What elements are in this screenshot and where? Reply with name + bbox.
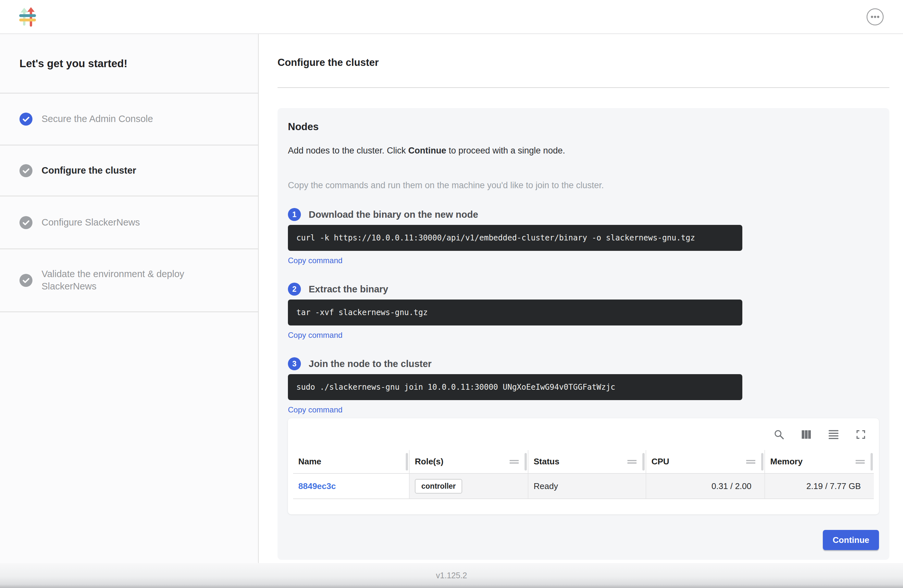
column-drag-icon[interactable]	[746, 459, 755, 464]
intro-suffix: to proceed with a single node.	[446, 146, 565, 156]
sidebar-step-secure-admin-console: Secure the Admin Console	[0, 93, 258, 145]
check-circle-pending-icon	[19, 274, 33, 287]
column-resize-handle[interactable]	[870, 453, 873, 470]
node-status-cell: Ready	[528, 473, 646, 499]
step-1-number-badge: 1	[288, 208, 301, 221]
column-header-name[interactable]: Name	[293, 450, 409, 473]
nodes-table-panel: Name Role(s)	[288, 418, 879, 514]
column-resize-handle[interactable]	[524, 453, 527, 470]
column-drag-icon[interactable]	[628, 459, 637, 464]
table-toolbar	[288, 418, 879, 440]
column-resize-handle[interactable]	[642, 453, 645, 470]
fullscreen-icon[interactable]	[856, 429, 866, 440]
column-header-roles[interactable]: Role(s)	[409, 450, 528, 473]
node-name-link[interactable]: 8849ec3c	[298, 481, 336, 491]
step-2-copy-command-link[interactable]: Copy command	[288, 331, 343, 340]
nodes-intro: Add nodes to the cluster. Click Continue…	[288, 146, 879, 156]
nodes-card: Nodes Add nodes to the cluster. Click Co…	[277, 108, 889, 560]
page-title: Configure the cluster	[277, 57, 889, 68]
sidebar-step-validate-deploy: Validate the environment & deploy Slacke…	[0, 249, 258, 312]
nodes-heading: Nodes	[288, 121, 879, 133]
version-label: v1.125.2	[436, 571, 467, 580]
search-icon[interactable]	[774, 429, 784, 440]
admin-console-app: Let's get you started! Secure the Admin …	[0, 0, 903, 588]
column-resize-handle[interactable]	[406, 453, 408, 470]
step-2-header: 2 Extract the binary	[288, 282, 879, 296]
sidebar-step-configure-cluster: Configure the cluster	[0, 145, 258, 197]
step-1-header: 1 Download the binary on the new node	[288, 208, 879, 222]
title-divider	[277, 87, 889, 88]
sidebar-step-label: Configure the cluster	[42, 165, 136, 177]
slackernews-logo-icon	[19, 7, 36, 27]
density-icon[interactable]	[828, 429, 839, 440]
step-3-number-badge: 3	[288, 357, 301, 370]
table-header-row: Name Role(s)	[293, 450, 874, 473]
continue-button[interactable]: Continue	[823, 530, 879, 550]
overflow-menu-button[interactable]	[866, 8, 884, 26]
intro-continue-word: Continue	[408, 146, 446, 156]
check-circle-complete-icon	[19, 113, 33, 126]
copy-commands-hint: Copy the commands and run them on the ma…	[288, 181, 879, 190]
step-2-command-code: tar -xvf slackernews-gnu.tgz	[288, 300, 743, 325]
sidebar-step-label: Configure SlackerNews	[42, 217, 140, 229]
footer: v1.125.2	[0, 563, 903, 588]
node-memory-cell: 2.19 / 7.77 GB	[765, 473, 874, 499]
node-roles-cell: controller	[409, 473, 528, 499]
step-2-title: Extract the binary	[309, 284, 388, 295]
sidebar-heading: Let's get you started!	[0, 34, 258, 93]
sidebar-step-label: Secure the Admin Console	[42, 113, 153, 125]
check-circle-pending-icon	[19, 216, 33, 229]
column-drag-icon[interactable]	[856, 459, 865, 464]
column-header-cpu[interactable]: CPU	[646, 450, 765, 473]
step-2-number-badge: 2	[288, 283, 301, 296]
step-1-title: Download the binary on the new node	[309, 209, 478, 220]
ellipsis-menu-icon	[866, 8, 884, 26]
step-3-title: Join the node to the cluster	[309, 358, 432, 369]
role-badge: controller	[415, 479, 462, 494]
nodes-table: Name Role(s)	[293, 450, 874, 499]
step-3-copy-command-link[interactable]: Copy command	[288, 405, 343, 414]
step-3-command-code: sudo ./slackernews-gnu join 10.0.0.11:30…	[288, 374, 743, 400]
content-row: Let's get you started! Secure the Admin …	[0, 34, 903, 563]
node-cpu-cell: 0.31 / 2.00	[646, 473, 765, 499]
column-header-status[interactable]: Status	[528, 450, 646, 473]
topbar	[0, 0, 903, 34]
main-content: Configure the cluster Nodes Add nodes to…	[259, 34, 903, 563]
check-circle-pending-icon	[19, 164, 33, 177]
sidebar-step-configure-slackernews: Configure SlackerNews	[0, 197, 258, 249]
sidebar-step-label: Validate the environment & deploy Slacke…	[42, 268, 230, 292]
show-hide-columns-icon[interactable]	[801, 429, 812, 440]
column-header-memory[interactable]: Memory	[765, 450, 874, 473]
step-1-command-code: curl -k https://10.0.0.11:30000/api/v1/e…	[288, 225, 743, 251]
intro-prefix: Add nodes to the cluster. Click	[288, 146, 408, 156]
step-1-copy-command-link[interactable]: Copy command	[288, 256, 343, 265]
node-name-cell: 8849ec3c	[293, 473, 409, 499]
column-resize-handle[interactable]	[761, 453, 763, 470]
column-drag-icon[interactable]	[510, 459, 519, 464]
table-row: 8849ec3c controller Ready 0.31 / 2.00 2.…	[293, 473, 874, 499]
setup-steps-sidebar: Let's get you started! Secure the Admin …	[0, 34, 259, 563]
step-3-header: 3 Join the node to the cluster	[288, 357, 879, 371]
